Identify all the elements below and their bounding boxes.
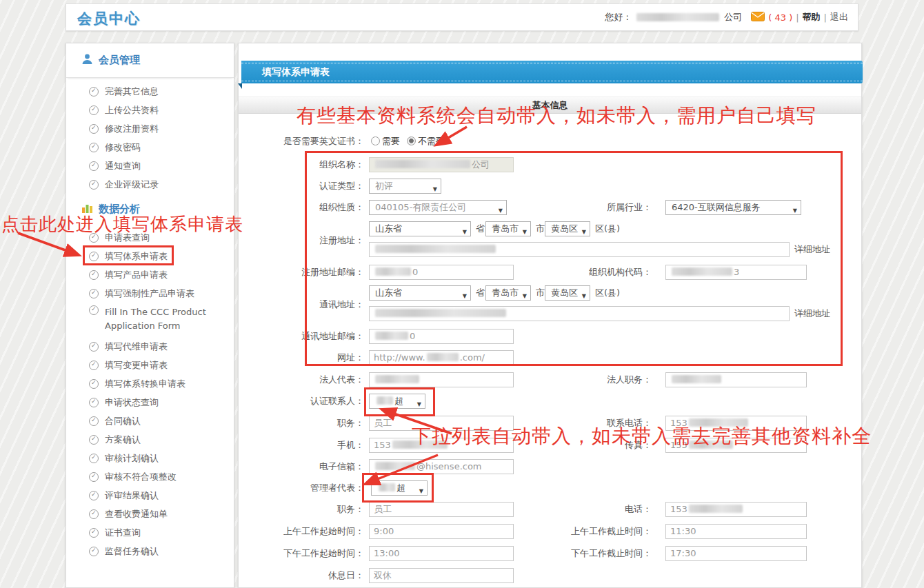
check-circle-icon: [89, 509, 99, 519]
english-cert-label: 是否需要英文证书：: [239, 134, 364, 149]
radio-need[interactable]: [371, 136, 380, 145]
mail-count-badge[interactable]: ( 43 ): [768, 12, 792, 23]
check-circle-icon: [89, 342, 99, 352]
am-start-label: 上午工作起始时间：: [239, 524, 364, 539]
pm-start-label: 下午工作起始时间：: [239, 546, 364, 561]
sidebar-section-member: 会员管理: [66, 43, 234, 78]
legal-title-label: 法人职务：: [483, 372, 652, 387]
rest-day-input[interactable]: 双休: [369, 568, 514, 583]
check-circle-icon: [89, 289, 99, 298]
pm-end-label: 下午工作截止时间：: [483, 546, 652, 561]
check-circle-icon: [89, 379, 99, 389]
annotation-note-dropdown: 下拉列表自动带入，如未带入需去完善其他资料补全: [412, 423, 872, 449]
top-header: 会员中心 您好：公司 ( 43 ) | 帮助 | 退出: [66, 3, 858, 31]
greeting-prefix: 您好：: [605, 11, 632, 23]
annotation-box-basic-info: [305, 151, 843, 366]
am-end-label: 上午工作截止时间：: [483, 524, 652, 539]
check-circle-icon: [89, 305, 99, 315]
check-circle-icon: [89, 143, 99, 152]
mobile-label: 手机：: [239, 438, 364, 453]
sidebar-item-rating-record[interactable]: 企业评级记录: [66, 175, 234, 194]
check-circle-icon: [89, 361, 99, 370]
app-logo: 会员中心: [77, 9, 141, 28]
sidebar-item-upload-public-data[interactable]: 上传公共资料: [66, 101, 234, 119]
check-circle-icon: [89, 87, 99, 97]
sidebar-item-notice-query[interactable]: 通知查询: [66, 156, 234, 175]
annotation-arrow-top: [424, 121, 472, 152]
sidebar-item-edit-registration[interactable]: 修改注册资料: [66, 119, 234, 138]
annotation-box-sidebar-item: [83, 245, 174, 265]
check-circle-icon: [89, 105, 99, 115]
sidebar-menu-member: 完善其它信息 上传公共资料 修改注册资料 修改密码 通知查询 企业评级记录: [66, 82, 234, 194]
check-circle-icon: [89, 398, 99, 407]
logout-link[interactable]: 退出: [830, 11, 848, 23]
legal-title-input[interactable]: [665, 372, 807, 387]
manager-title-label: 职务：: [239, 502, 364, 517]
sidebar-item-application-status[interactable]: 申请状态查询: [66, 393, 234, 412]
sidebar-item-plan-confirm[interactable]: 方案确认: [66, 430, 234, 449]
sidebar-menu-data: 申请表查询 填写体系申请表 填写产品申请表 填写强制性产品申请表 Fill In…: [66, 228, 234, 560]
redacted-text: [375, 375, 419, 383]
check-circle-icon: [89, 547, 99, 556]
check-circle-icon: [89, 161, 99, 171]
check-circle-icon: [89, 416, 99, 426]
sidebar-item-change-password[interactable]: 修改密码: [66, 138, 234, 156]
sidebar-item-fee-notice[interactable]: 查看收费通知单: [66, 505, 234, 523]
pm-end-input[interactable]: 17:30: [665, 546, 807, 561]
sidebar-item-maintenance-form[interactable]: 填写代维申请表: [66, 337, 234, 356]
sidebar-item-nonconformity-fix[interactable]: 审核不符合项整改: [66, 467, 234, 486]
sidebar-item-system-transfer-form[interactable]: 填写体系转换申请表: [66, 374, 234, 393]
redacted-text: [672, 375, 721, 383]
radio-no-need[interactable]: [407, 136, 416, 145]
sidebar-item-audit-plan-confirm[interactable]: 审核计划确认: [66, 449, 234, 467]
header-user-area: 您好：公司 ( 43 ) | 帮助 | 退出: [605, 4, 848, 30]
sidebar-item-ccc-english-form[interactable]: Fill In The CCC Product Application Form: [66, 303, 234, 337]
separator: |: [796, 12, 799, 23]
legal-rep-label: 法人代表：: [239, 372, 364, 387]
annotation-arrow-manager-rep: [355, 448, 445, 491]
sidebar-item-contract-confirm[interactable]: 合同确认: [66, 412, 234, 430]
am-end-input[interactable]: 11:30: [665, 524, 807, 539]
person-icon: [81, 53, 93, 68]
manager-phone-label: 电话：: [483, 502, 652, 517]
manager-rep-label: 管理者代表：: [239, 480, 364, 496]
page-root: 会员中心 您好：公司 ( 43 ) | 帮助 | 退出 会员管理 完善其它信息 …: [0, 0, 924, 588]
sidebar-item-product-application-form[interactable]: 填写产品申请表: [66, 265, 234, 284]
sidebar-item-supervision-task[interactable]: 监督任务确认: [66, 542, 234, 560]
banner-dashed-line: [241, 63, 863, 81]
company-suffix: 公司: [724, 11, 742, 23]
cert-contact-label: 认证联系人：: [239, 394, 364, 409]
check-circle-icon: [89, 528, 99, 538]
check-circle-icon: [89, 435, 99, 445]
check-circle-icon: [89, 270, 99, 280]
sidebar-item-ccc-mandatory-form[interactable]: 填写强制性产品申请表: [66, 284, 234, 303]
check-circle-icon: [89, 124, 99, 134]
page-title: 填写体系申请表: [262, 61, 330, 83]
sidebar-section-title: 会员管理: [99, 54, 140, 67]
check-circle-icon: [89, 472, 99, 482]
envelope-icon[interactable]: [751, 12, 765, 23]
redacted-company-name: [636, 13, 719, 21]
sidebar-item-change-form[interactable]: 填写变更申请表: [66, 356, 234, 374]
help-link[interactable]: 帮助: [803, 11, 821, 23]
annotation-arrow-cert-contact: [372, 402, 459, 440]
check-circle-icon: [89, 491, 99, 500]
email-label: 电子信箱：: [239, 459, 364, 474]
annotation-note-top: 有些基本资料系统会自动带入，如未带入，需用户自己填写: [297, 103, 816, 129]
contact-title-label: 职务：: [239, 416, 364, 431]
sidebar-item-review-result-confirm[interactable]: 评审结果确认: [66, 486, 234, 505]
radio-need-label: 需要: [382, 136, 400, 146]
manager-phone-input[interactable]: 153: [665, 502, 807, 517]
redacted-text: [689, 505, 743, 513]
check-circle-icon: [89, 454, 99, 463]
sidebar-item-certificate-query[interactable]: 证书查询: [66, 523, 234, 542]
rest-day-label: 休息日：: [239, 568, 364, 583]
annotation-arrow-sidebar: [12, 227, 88, 262]
page-banner: 填写体系申请表: [241, 61, 863, 83]
sidebar-item-complete-other-info[interactable]: 完善其它信息: [66, 82, 234, 101]
check-circle-icon: [89, 180, 99, 190]
separator: |: [824, 12, 827, 23]
banner-fold: [238, 83, 242, 89]
sidebar: 会员管理 完善其它信息 上传公共资料 修改注册资料 修改密码 通知查询 企业评级…: [66, 43, 234, 588]
